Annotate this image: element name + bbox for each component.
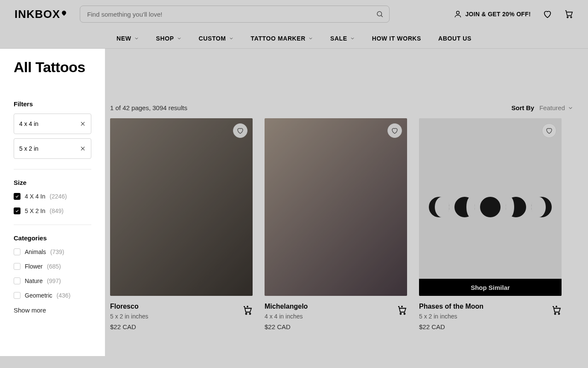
cart-plus-icon xyxy=(242,305,253,315)
header-right: JOIN & GET 20% OFF! xyxy=(454,9,574,19)
category-option[interactable]: Animals (739) xyxy=(14,248,91,255)
results-toolbar: 1 of 42 pages, 3094 results Sort By Feat… xyxy=(110,104,573,111)
search-input[interactable] xyxy=(80,6,390,23)
results-count: 1 of 42 pages, 3094 results xyxy=(110,104,187,111)
size-option[interactable]: 4 X 4 In (2246) xyxy=(14,193,91,200)
close-icon[interactable] xyxy=(80,121,86,127)
nav-label: HOW IT WORKS xyxy=(372,35,421,42)
category-option[interactable]: Nature (997) xyxy=(14,277,91,284)
wishlist-button[interactable] xyxy=(542,123,556,138)
logo[interactable]: INKBOX xyxy=(15,8,66,21)
user-icon xyxy=(454,10,462,18)
chevron-down-icon xyxy=(350,36,355,41)
svg-point-4 xyxy=(571,17,572,18)
product-image[interactable]: Shop Similar xyxy=(419,118,562,296)
card-info: Michelangelo 4 x 4 in inches $22 CAD xyxy=(265,303,308,330)
svg-point-0 xyxy=(377,12,382,16)
heart-icon xyxy=(545,127,553,134)
product-image[interactable] xyxy=(110,118,253,296)
nav-shop[interactable]: SHOP xyxy=(156,35,182,42)
product-grid: Floresco 5 x 2 in inches $22 CAD xyxy=(110,118,573,330)
moon-icon xyxy=(454,197,475,217)
nav-new[interactable]: NEW xyxy=(116,35,139,42)
facet-count: (2246) xyxy=(49,193,67,200)
product-image[interactable] xyxy=(265,118,407,296)
shop-similar-button[interactable]: Shop Similar xyxy=(419,279,562,296)
category-option[interactable]: Flower (685) xyxy=(14,263,91,270)
nav-sale[interactable]: SALE xyxy=(330,35,355,42)
facet-count: (997) xyxy=(47,277,61,284)
checkbox-checked-icon xyxy=(14,193,20,200)
nav-custom[interactable]: CUSTOM xyxy=(199,35,234,42)
nav-label: TATTOO MARKER xyxy=(251,35,306,42)
search-icon[interactable] xyxy=(376,10,384,18)
wishlist-button[interactable] xyxy=(387,123,402,138)
card-body: Floresco 5 x 2 in inches $22 CAD xyxy=(110,296,253,330)
chevron-down-icon xyxy=(177,36,182,41)
checkbox-icon xyxy=(14,277,20,284)
main-content: 1 of 42 pages, 3094 results Sort By Feat… xyxy=(105,49,588,356)
product-dimensions: 4 x 4 in inches xyxy=(265,313,308,320)
size-option[interactable]: 5 X 2 In (849) xyxy=(14,207,91,214)
facet-count: (685) xyxy=(47,263,61,270)
filter-sidebar: All Tattoos Filters 4 x 4 in 5 x 2 in Si… xyxy=(0,49,105,356)
sort-control: Sort By Featured xyxy=(512,104,573,111)
nav-about-us[interactable]: ABOUT US xyxy=(438,35,472,42)
moon-phases-graphic xyxy=(429,197,552,217)
categories-facet-title: Categories xyxy=(14,234,91,242)
page-body: All Tattoos Filters 4 x 4 in 5 x 2 in Si… xyxy=(0,49,588,356)
product-card: Floresco 5 x 2 in inches $22 CAD xyxy=(110,118,253,330)
add-to-cart-button[interactable] xyxy=(551,305,562,315)
divider xyxy=(14,169,91,169)
nav-how-it-works[interactable]: HOW IT WORKS xyxy=(372,35,421,42)
filters-label: Filters xyxy=(14,100,91,108)
moon-icon xyxy=(506,197,526,217)
facet-label: 5 X 2 In xyxy=(25,207,45,214)
product-title: Michelangelo xyxy=(265,303,308,310)
product-price: $22 CAD xyxy=(265,323,308,330)
active-filter-chip: 4 x 4 in xyxy=(14,114,91,134)
cart-plus-icon xyxy=(551,305,562,315)
nav-tattoo-marker[interactable]: TATTOO MARKER xyxy=(251,35,313,42)
svg-point-13 xyxy=(400,313,402,315)
facet-count: (739) xyxy=(50,248,64,255)
facet-label: 4 X 4 In xyxy=(25,193,45,200)
facet-count: (849) xyxy=(49,207,64,214)
account-text: JOIN & GET 20% OFF! xyxy=(466,11,531,18)
card-info: Phases of the Moon 5 x 2 in inches $22 C… xyxy=(419,303,483,330)
product-dimensions: 5 x 2 in inches xyxy=(110,313,148,320)
header: INKBOX JOIN & GET 20% OFF! xyxy=(0,0,588,28)
add-to-cart-button[interactable] xyxy=(242,305,253,315)
size-facet-title: Size xyxy=(14,179,91,186)
wishlist-button[interactable] xyxy=(233,123,247,138)
sort-dropdown[interactable]: Featured xyxy=(539,104,573,111)
category-option[interactable]: Geometric (436) xyxy=(14,292,91,299)
heart-icon xyxy=(236,127,244,134)
product-title: Floresco xyxy=(110,303,148,310)
chevron-down-icon xyxy=(134,36,139,41)
moon-icon xyxy=(480,197,501,217)
wishlist-icon[interactable] xyxy=(543,9,552,19)
heart-icon xyxy=(391,127,399,134)
checkbox-icon xyxy=(14,248,20,255)
add-to-cart-button[interactable] xyxy=(397,305,407,315)
main-nav: NEW SHOP CUSTOM TATTOO MARKER SALE HOW I… xyxy=(0,28,588,49)
close-icon[interactable] xyxy=(80,146,86,152)
product-title: Phases of the Moon xyxy=(419,303,483,310)
nav-label: CUSTOM xyxy=(199,35,226,42)
product-dimensions: 5 x 2 in inches xyxy=(419,313,483,320)
svg-point-18 xyxy=(559,313,560,315)
svg-point-14 xyxy=(404,313,405,315)
product-card: Shop Similar Phases of the Moon 5 x 2 in… xyxy=(419,118,562,330)
svg-line-1 xyxy=(381,15,383,17)
cart-icon[interactable] xyxy=(564,9,573,19)
show-more-link[interactable]: Show more xyxy=(14,307,91,314)
svg-point-3 xyxy=(567,17,568,18)
facet-label: Flower xyxy=(25,263,43,270)
svg-point-17 xyxy=(555,313,556,315)
facet-count: (436) xyxy=(57,292,71,299)
account-link[interactable]: JOIN & GET 20% OFF! xyxy=(454,10,531,18)
checkbox-icon xyxy=(14,292,20,299)
product-price: $22 CAD xyxy=(419,323,483,330)
chip-label: 5 x 2 in xyxy=(19,145,38,152)
